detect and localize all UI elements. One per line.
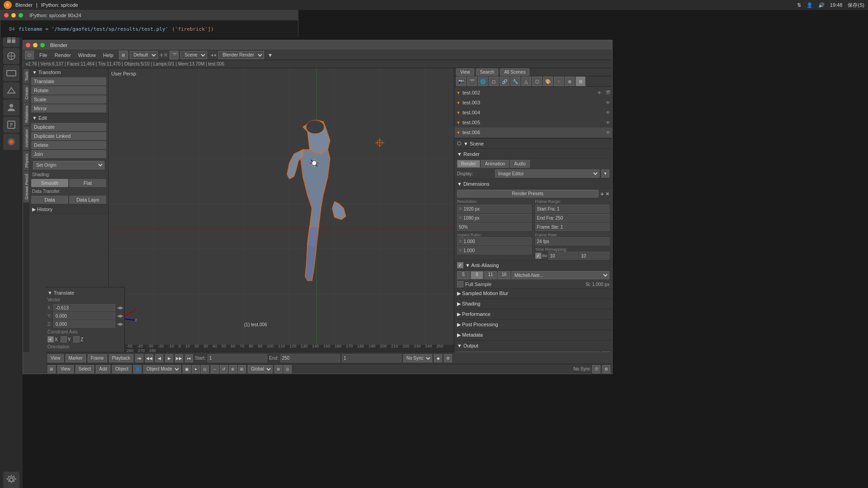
aa-16[interactable]: 16 [498,271,510,279]
start-fra-field[interactable]: Start Fra: 1 [535,205,610,213]
end-fra-field[interactable]: End Fra: 250 [535,214,610,222]
keying-icon[interactable]: ◆ [434,354,442,362]
blender-close-btn[interactable] [26,43,30,47]
props-render-icon[interactable]: 📷 [456,76,466,86]
timeline-frame-field[interactable]: 1 [342,354,401,362]
data-btn[interactable]: Data [31,196,68,204]
view-icon[interactable]: ⊞ [47,365,56,373]
scene-item-003[interactable]: ▼ test.003 👁 [454,98,612,108]
vec-x-input[interactable] [53,304,115,311]
res-scale-field[interactable]: 50% [457,223,532,231]
timeline-playback-btn[interactable]: Playback [109,354,134,362]
dock-icon-gear[interactable] [3,472,19,488]
smooth-btn[interactable]: Smooth [31,179,68,187]
bo-checkbox[interactable] [535,253,542,259]
output-path-input[interactable] [457,352,599,352]
scene-item-005[interactable]: ▼ test.005 👁 [454,117,612,127]
timeline-marker-btn[interactable]: Marker [66,354,86,362]
z-axis-checkbox[interactable] [73,336,80,343]
aa-section-header[interactable]: ▼ Anti-Aliasing [454,260,612,270]
aa-8[interactable]: 8 [471,271,483,279]
blender-max-btn[interactable] [40,43,45,47]
scene-item-002[interactable]: ▼ test.002 👁 🎬 [454,88,612,98]
viewport-icon-3[interactable]: ◎ [201,365,209,373]
remap-a-field[interactable]: 10 [548,252,579,260]
y-axis-checkbox[interactable] [61,336,67,343]
transform-icon-4[interactable]: ⊞ [238,365,246,373]
props-particles-icon[interactable]: ⁘ [554,76,564,86]
menu-file[interactable]: File [36,52,51,59]
render-tab-audio[interactable]: Audio [510,160,530,168]
perf-header[interactable]: ▶ Performance [454,310,612,319]
terminal-max-btn[interactable] [19,13,23,18]
view-btn-bottom[interactable]: View [57,365,74,373]
delete-btn[interactable]: Delete [31,141,106,149]
vtab-physics[interactable]: Physics [23,150,29,171]
dock-icon-7[interactable] [3,134,19,150]
scene-005-vis[interactable]: 👁 [606,120,610,125]
output-header[interactable]: ▼ Output [454,341,612,351]
vtab-grease[interactable]: Grease Pencil [23,171,29,203]
asp-x-field[interactable]: X: 1.000 [457,237,532,245]
dimensions-header[interactable]: ▼ Dimensions [454,179,612,189]
display-select[interactable]: Image Editor [495,169,599,178]
sync-select[interactable]: No Sync [403,354,432,362]
menu-help[interactable]: Help [99,52,117,59]
scene-item-006[interactable]: ▼ test.006 👁 [454,127,612,137]
scene-002-vis[interactable]: 👁 [597,90,602,95]
mirror-btn[interactable]: Mirror [31,104,106,113]
terminal-min-btn[interactable] [11,13,16,18]
props-physics-icon[interactable]: ⊛ [565,76,575,86]
os-save-label[interactable]: 保存(S) [848,2,864,9]
metadata-header[interactable]: ▶ Metadata [454,330,612,340]
timeline-settings-icon[interactable]: ⚙ [444,354,452,362]
render-presets-btn[interactable]: Render Presets [457,190,599,197]
aa-checkbox[interactable] [457,262,463,268]
dock-icon-4[interactable] [3,82,19,99]
set-origin-select[interactable]: Set Origin [33,161,104,169]
props-constraint-icon[interactable]: 🔗 [500,76,509,86]
scene-002-render-icon[interactable]: 🎬 [605,90,610,95]
vec-y-arrows[interactable]: ◀▶ [117,314,123,318]
vtab-animation[interactable]: Animation [23,126,29,150]
dock-icon-5[interactable] [3,99,19,116]
dock-icon-2[interactable] [3,48,19,64]
scene-004-vis[interactable]: 👁 [606,110,610,115]
post-processing-header[interactable]: ▶ Post Processing [454,320,612,330]
terminal-close-btn[interactable] [4,13,9,18]
vtab-relations[interactable]: Relations [23,103,29,126]
asp-y-field[interactable]: Y: 1.000 [457,246,532,254]
props-material-icon[interactable]: ⬡ [532,76,542,86]
render-tab-animation[interactable]: Animation [481,160,509,168]
scene-003-vis[interactable]: 👁 [606,100,610,105]
render-section-header[interactable]: ▼ Render [454,149,612,159]
add-btn[interactable]: Add [96,365,110,373]
props-object-icon[interactable]: ◻ [489,76,499,86]
timeline-frame-btn[interactable]: Frame [88,354,107,362]
select-btn[interactable]: Select [75,365,94,373]
viewport-icon-1[interactable]: ▣ [183,365,191,373]
global-select[interactable]: Global [248,365,273,373]
snap2-icon[interactable]: ◎ [283,365,292,373]
scene-remove-btn[interactable]: × [214,52,217,58]
smb-header[interactable]: ▶ Sampled Motion Blur [454,289,612,299]
timeline-start-field[interactable]: 1 [208,354,267,362]
anim-play-pause[interactable]: ▶ [165,354,173,362]
vec-z-arrows[interactable]: ◀▶ [117,322,123,326]
join-btn[interactable]: Join [31,150,106,158]
aa-5[interactable]: 5 [457,271,470,279]
display-expand-btn[interactable]: ▼ [601,169,609,178]
timeline-end-field[interactable]: 250 [280,354,340,362]
props-data-icon[interactable]: △ [521,76,531,86]
res-x-field[interactable]: X: 1920 px [457,205,532,213]
props-scene-icon[interactable]: 🎬 [467,76,477,86]
all-scenes-btn[interactable]: All Scenes [500,68,529,76]
menu-window[interactable]: Window [75,52,99,59]
presets-add-icon[interactable]: + [600,190,604,197]
scene-006-vis[interactable]: 👁 [606,130,610,135]
add-layout-btn[interactable]: + [160,52,164,59]
scene-select[interactable]: Scene [180,51,207,59]
render-engine-select[interactable]: Blender Render [218,51,264,59]
history-title[interactable]: ▶ History [29,205,108,214]
object-btn[interactable]: Object [112,365,132,373]
